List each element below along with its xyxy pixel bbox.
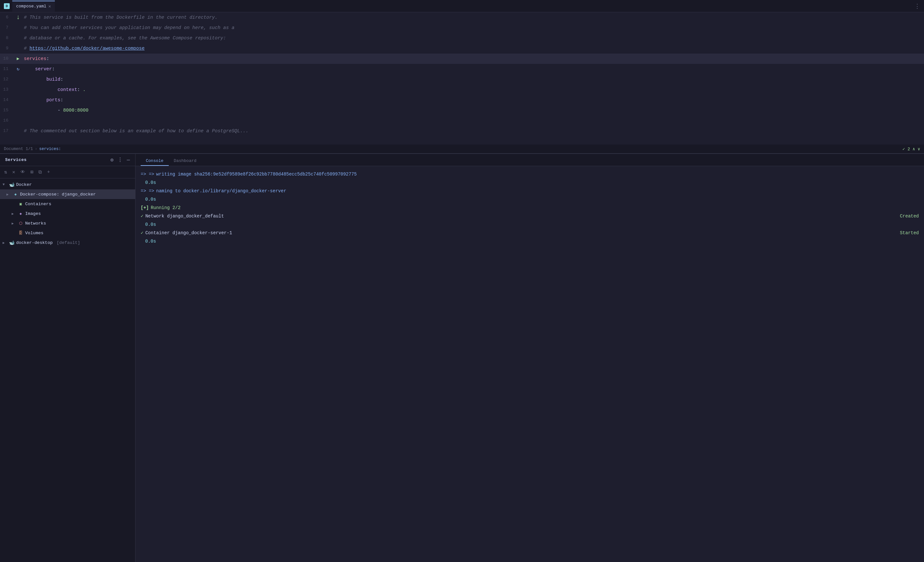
console-time-1: 0.0s [145, 178, 156, 187]
panel-menu-icon[interactable]: ⋮ [117, 157, 123, 163]
run-icon[interactable]: ▶ [17, 54, 20, 64]
docker-desktop-icon: 🐋 [8, 239, 15, 246]
volumes-label: Volumes [25, 231, 44, 235]
console-check-2: ✓ [141, 229, 143, 237]
compose-icon: ◈ [12, 191, 19, 198]
docker-label: Docker [16, 182, 32, 187]
line-content-14: ports: [22, 95, 924, 105]
compose-chevron: ▶ [6, 192, 11, 196]
line-num-15: 15 [0, 105, 14, 115]
gutter-6: ↓ [14, 14, 22, 21]
sidebar-item-volumes[interactable]: 🗄 Volumes [0, 228, 135, 238]
console-line-time-4: 0.0s [141, 237, 919, 246]
console-naming-text: naming to docker.io/library/django_docke… [156, 187, 286, 195]
code-line-16: 16 [0, 115, 924, 126]
line-num-13: 13 [0, 84, 14, 95]
sidebar-tree: ▼ 🐋 Docker ▶ ◈ Docker-compose: django_do… [0, 178, 135, 562]
gutter-10: ▶ [14, 54, 22, 64]
sidebar-item-compose[interactable]: ▶ ◈ Docker-compose: django_docker [0, 189, 135, 199]
globe-icon[interactable]: ⊕ [110, 157, 114, 163]
docker-desktop-badge: [default] [54, 240, 80, 245]
line-content-9: # https://github.com/docker/awesome-comp… [22, 43, 924, 54]
sidebar-item-images[interactable]: ▶ ◈ Images [0, 209, 135, 219]
panel-header-actions: ⊕ ⋮ — [110, 157, 130, 163]
console-arrow-2: => => [141, 187, 154, 195]
title-bar: D compose.yaml ✕ ⋮ [0, 0, 924, 12]
line-num-16: 16 [0, 115, 14, 126]
docker-desktop-chevron: ▶ [3, 241, 7, 245]
code-lines: 6 ↓ # This service is built from the Doc… [0, 12, 924, 136]
line-content-8: # database or a cache. For examples, see… [22, 33, 924, 43]
networks-icon: ⬡ [17, 220, 24, 226]
console-area: Console Dashboard => => writing image sh… [135, 154, 924, 562]
gutter-11: ↻ [14, 64, 22, 74]
tab-console[interactable]: Console [141, 156, 169, 166]
console-line-time-3: 0.0s [141, 220, 919, 229]
code-line-6: 6 ↓ # This service is built from the Doc… [0, 12, 924, 22]
code-line-7: 7 # You can add other services your appl… [0, 22, 924, 33]
sidebar-toolbar: ⇅ ✕ 👁 ⊞ ⧉ + [0, 166, 135, 178]
services-sidebar: Services ⊕ ⋮ — ⇅ ✕ 👁 ⊞ ⧉ + ▼ 🐋 Docker [0, 154, 135, 562]
tab-close-button[interactable]: ✕ [48, 3, 51, 9]
panel-minimize-icon[interactable]: — [127, 157, 130, 163]
console-line-time-1: 0.0s [141, 178, 919, 187]
editor-tab[interactable]: compose.yaml ✕ [12, 1, 55, 12]
line-num-6: 6 [0, 12, 14, 22]
line-content-13: context: . [22, 84, 924, 95]
console-line-writing-image: => => writing image sha256:9e52df9589e8f… [141, 170, 919, 178]
title-menu-button[interactable]: ⋮ [914, 3, 920, 10]
console-line-running: [+] Running 2/2 [141, 204, 919, 212]
breadcrumb-section: services: [39, 147, 61, 151]
console-line-naming: => => naming to docker.io/library/django… [141, 187, 919, 195]
view-button[interactable]: 👁 [20, 168, 26, 176]
line-num-14: 14 [0, 95, 14, 105]
code-line-12: 12 build: [0, 74, 924, 84]
code-line-11: 11 ↻ server: [0, 64, 924, 74]
check-count-badge: ✓ 2 ∧ ∨ [902, 147, 920, 151]
console-check-1: ✓ [141, 212, 143, 220]
tab-filename: compose.yaml [16, 4, 46, 9]
add-button[interactable]: + [46, 168, 51, 176]
app-icon: D [4, 3, 10, 9]
code-line-9: 9 # https://github.com/docker/awesome-co… [0, 43, 924, 54]
line-content-12: build: [22, 74, 924, 84]
sidebar-item-docker[interactable]: ▼ 🐋 Docker [0, 180, 135, 189]
console-tabs: Console Dashboard [135, 154, 924, 166]
line-num-9: 9 [0, 43, 14, 54]
code-line-14: 14 ports: [0, 95, 924, 105]
line-content-11: server: [22, 64, 924, 74]
console-line-time-2: 0.0s [141, 195, 919, 204]
line-content-7: # You can add other services your applic… [22, 22, 924, 33]
collapse-all-button[interactable]: ⇅ [3, 168, 8, 176]
console-output: => => writing image sha256:9e52df9589e8f… [135, 166, 924, 562]
console-started-status: Started [900, 229, 919, 237]
services-panel-title: Services [5, 157, 27, 162]
line-content-6: # This service is built from the Dockerf… [22, 12, 924, 22]
code-line-10: 10 ▶ services: [0, 54, 924, 64]
docker-desktop-label: docker-desktop [16, 240, 52, 245]
console-container-label: Container django_docker-server-1 [145, 229, 232, 237]
console-time-4: 0.0s [145, 237, 156, 246]
networks-label: Networks [25, 221, 46, 226]
sidebar-item-docker-desktop[interactable]: ▶ 🐋 docker-desktop [default] [0, 238, 135, 247]
sidebar-item-networks[interactable]: ▶ ⬡ Networks [0, 219, 135, 228]
code-line-15: 15 - 8000:8000 [0, 105, 924, 115]
line-num-8: 8 [0, 33, 14, 43]
images-label: Images [25, 211, 41, 216]
filter-button[interactable]: ⊞ [29, 168, 34, 176]
console-line-container: ✓ Container django_docker-server-1 Start… [141, 229, 919, 237]
console-writing-image-text: writing image sha256:9e52df9589e8f26c92b… [156, 170, 357, 178]
line-num-11: 11 [0, 64, 14, 74]
stop-button[interactable]: ✕ [11, 168, 16, 176]
services-panel-header: Services ⊕ ⋮ — [0, 154, 135, 166]
sidebar-item-containers[interactable]: ▣ Containers [0, 199, 135, 209]
new-window-button[interactable]: ⧉ [38, 168, 43, 176]
docker-chevron: ▼ [3, 183, 7, 186]
console-created-status: Created [900, 212, 919, 220]
networks-chevron: ▶ [12, 221, 16, 225]
tab-dashboard[interactable]: Dashboard [169, 156, 202, 166]
refresh-icon[interactable]: ↻ [17, 64, 20, 74]
containers-icon: ▣ [17, 201, 24, 207]
line-num-17: 17 [0, 126, 14, 136]
editor-area: 6 ↓ # This service is built from the Doc… [0, 12, 924, 145]
